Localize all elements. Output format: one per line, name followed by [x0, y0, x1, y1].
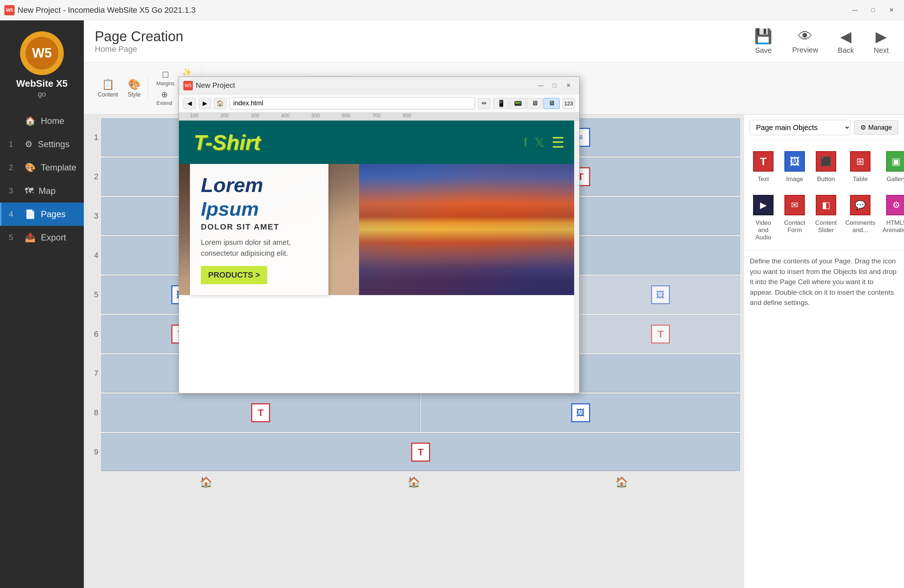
obj-text[interactable]: T Text — [749, 146, 778, 186]
sidebar-label-settings: Settings — [38, 139, 70, 149]
row-number-1: 1 — [87, 132, 101, 142]
footer-icon-1: 🏠 — [200, 476, 212, 488]
next-icon: ▶ — [876, 28, 887, 45]
preview-popup[interactable]: W5 New Project — □ ✕ ◀ ▶ 🏠 ✏ 📱 📟 🖥 🖥 123 — [179, 77, 580, 394]
extend-button[interactable]: ⊕ Extend — [154, 88, 175, 107]
extend-label: Extend — [156, 100, 172, 106]
sidebar: W5 WebSite X5 go 🏠 Home 1 ⚙ Settings 2 🎨… — [0, 20, 84, 588]
sidebar-item-settings[interactable]: 1 ⚙ Settings — [0, 132, 84, 156]
margins-group: ☐ Margins ⊕ Extend — [154, 69, 177, 107]
hero-title-2: Ipsum — [201, 199, 318, 219]
obj-gallery[interactable]: ▣ Gallery — [880, 146, 904, 186]
preview-scrollbar[interactable] — [574, 121, 579, 393]
preview-app-icon: W5 — [183, 81, 193, 90]
facebook-icon[interactable]: f — [524, 135, 527, 149]
window-title: New Project - Incomedia WebSite X5 Go 20… — [17, 5, 846, 15]
maximize-button[interactable]: □ — [864, 4, 881, 17]
margins-icon: ☐ — [162, 70, 169, 80]
tablet-btn[interactable]: 📟 — [510, 98, 526, 109]
hero-text: Lorem ipsum dolor sit amet, consectetur … — [201, 237, 318, 259]
preview-ruler: 100 200 300 400 500 600 700 800 — [179, 113, 579, 121]
hero-title-1: Lorem — [201, 175, 318, 195]
desktop-large-btn[interactable]: 🖥 — [544, 98, 559, 109]
manage-button[interactable]: ⚙ Manage — [854, 120, 898, 135]
app-icon: W5 — [5, 5, 14, 15]
sidebar-label-map: Map — [39, 186, 56, 196]
hero-subtitle: DOLOR SIT AMET — [201, 222, 318, 232]
style-button[interactable]: 🎨 Style — [123, 76, 145, 100]
preview-minimize[interactable]: — — [534, 80, 547, 91]
obj-contact[interactable]: ✉ Contact Form — [781, 189, 809, 245]
preview-content: T-Shirt f 𝕏 ☰ — [179, 121, 579, 393]
manage-icon: ⚙ — [860, 123, 866, 131]
hamburger-menu-icon[interactable]: ☰ — [552, 134, 565, 151]
button-obj-label: Button — [817, 176, 835, 183]
preview-home-btn[interactable]: 🏠 — [214, 98, 226, 109]
content-slider-obj-icon: ◧ — [814, 193, 838, 217]
cell[interactable]: 🖼 — [581, 276, 740, 314]
close-button[interactable]: ✕ — [883, 4, 899, 17]
margins-row: ☐ Margins — [154, 69, 177, 88]
row-cells-8: T 🖼 — [101, 394, 740, 432]
sidebar-label-template: Template — [41, 162, 76, 173]
site-header: T-Shirt f 𝕏 ☰ — [179, 121, 579, 164]
desktop-small-btn[interactable]: 🖥 — [527, 98, 543, 109]
twitter-icon[interactable]: 𝕏 — [534, 135, 544, 150]
comments-obj-icon: 💬 — [848, 193, 872, 217]
counter-btn[interactable]: 123 — [563, 98, 575, 109]
sidebar-item-template[interactable]: 2 🎨 Template — [0, 156, 84, 179]
cell[interactable]: T — [101, 433, 740, 471]
obj-image[interactable]: 🖼 Image — [781, 146, 809, 186]
hero-image-right — [359, 164, 579, 295]
row-number-9: 9 — [87, 448, 101, 457]
obj-video[interactable]: ▶ Video and Audio — [749, 189, 778, 245]
row-number-5: 5 — [87, 290, 101, 300]
address-input[interactable] — [229, 97, 475, 109]
video-obj-label: Video and Audio — [751, 219, 775, 241]
next-button[interactable]: ▶ Next — [869, 26, 893, 57]
obj-content-slider[interactable]: ◧ Content Slider — [812, 189, 840, 245]
preview-back-btn[interactable]: ◀ — [183, 98, 196, 109]
site-social: f 𝕏 ☰ — [524, 134, 565, 151]
footer-icon-2: 🏠 — [408, 476, 420, 488]
sidebar-item-home[interactable]: 🏠 Home — [0, 109, 84, 132]
obj-table[interactable]: ⊞ Table — [843, 146, 877, 186]
objects-grid: T Text 🖼 Image ⬛ — [744, 140, 904, 250]
preview-maximize[interactable]: □ — [548, 80, 561, 91]
sidebar-item-export[interactable]: 5 📤 Export — [0, 226, 84, 249]
text-obj-label: Text — [757, 176, 769, 183]
text-cell-icon: T — [411, 443, 430, 462]
image-obj-label: Image — [786, 176, 803, 183]
footer-icon-3: 🏠 — [615, 476, 628, 488]
cell[interactable]: T — [581, 315, 740, 353]
back-button[interactable]: ◀ Back — [833, 26, 858, 57]
button-obj-icon: ⬛ — [814, 149, 838, 173]
margins-label: Margins — [156, 80, 175, 86]
cell[interactable]: T — [101, 394, 420, 432]
image-cell-icon: 🖼 — [571, 403, 590, 422]
content-button[interactable]: 📋 Content — [94, 76, 122, 100]
preview-button[interactable]: 👁 Preview — [788, 26, 822, 57]
logo-inner: W5 — [25, 37, 58, 69]
row-number-8: 8 — [87, 408, 101, 418]
obj-comments[interactable]: 💬 Comments and... — [843, 189, 877, 245]
obj-html5[interactable]: ⚙ HTML5 Animation — [880, 189, 904, 245]
sidebar-item-pages[interactable]: 4 📄 Pages — [0, 203, 84, 226]
row-number-6: 6 — [87, 329, 101, 339]
minimize-button[interactable]: — — [846, 4, 863, 17]
obj-button[interactable]: ⬛ Button — [812, 146, 840, 186]
margins-button[interactable]: ☐ Margins — [154, 69, 177, 88]
style-icon: 🎨 — [128, 78, 141, 90]
objects-dropdown[interactable]: Page main Objects — [750, 120, 850, 135]
preview-title: New Project — [196, 81, 531, 90]
row-cells-9: T — [101, 433, 740, 471]
cell[interactable]: 🖼 — [421, 394, 740, 432]
preview-close[interactable]: ✕ — [562, 80, 575, 91]
preview-forward-btn[interactable]: ▶ — [199, 98, 211, 109]
mobile-btn[interactable]: 📱 — [493, 98, 509, 109]
save-button[interactable]: 💾 Save — [750, 25, 777, 57]
edit-btn[interactable]: ✏ — [478, 98, 490, 109]
template-icon: 🎨 — [25, 162, 36, 173]
cta-button[interactable]: PRODUCTS > — [201, 266, 267, 284]
sidebar-item-map[interactable]: 3 🗺 Map — [0, 179, 84, 203]
